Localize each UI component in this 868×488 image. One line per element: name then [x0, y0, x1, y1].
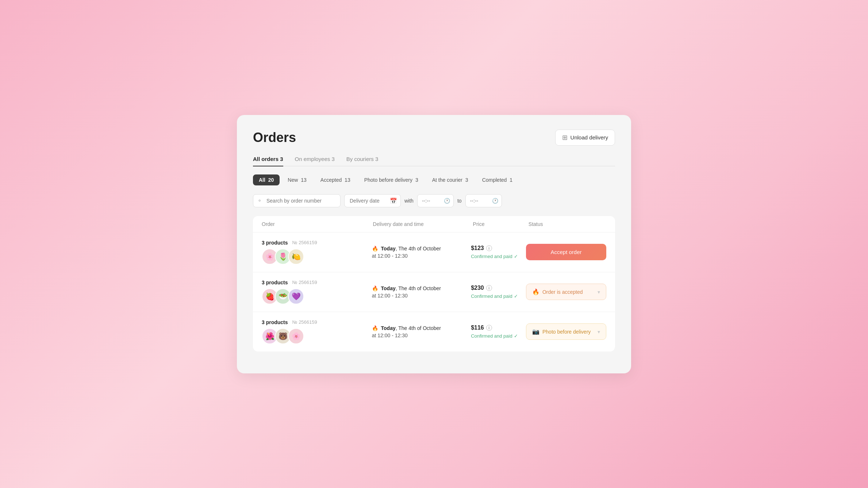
status-cell-1: Accept order	[526, 244, 606, 260]
search-bar: ⚬ 📅 with 🕐 to 🕐	[253, 194, 615, 207]
clock-icon-to: 🕐	[492, 198, 498, 204]
delivery-date-1: 🔥 Today, The 4th of October	[372, 246, 471, 251]
accept-order-button[interactable]: Accept order	[526, 244, 606, 260]
product-avatars-2: 🍓 🥗 💜	[262, 288, 372, 304]
status-cell-2: 🔥 Order is accepted ▾	[526, 284, 606, 300]
tab-by-couriers[interactable]: By couriers 3	[346, 156, 379, 166]
avatar-3-3: 🌸	[288, 328, 304, 344]
delivery-time-2: at 12:00 - 12:30	[372, 293, 471, 299]
unload-delivery-button[interactable]: ⊞ Unload delivery	[555, 130, 615, 146]
delivery-cell-1: 🔥 Today, The 4th of October at 12:00 - 1…	[372, 246, 471, 259]
check-icon-3: ✓	[514, 333, 518, 339]
info-icon-1[interactable]: i	[486, 245, 492, 251]
calendar-icon: 📅	[390, 197, 397, 204]
order-accepted-label: Order is accepted	[542, 289, 583, 295]
product-avatars-3: 🌺 🐻 🌸	[262, 328, 372, 344]
status-cell-3: 📷 Photo before delivery ▾	[526, 323, 606, 340]
table-icon: ⊞	[562, 134, 568, 142]
order-cell-1: 3 products № 2566159 🌸 🌷 🍋	[262, 240, 372, 265]
page-title: Orders	[253, 130, 296, 145]
fire-status-icon-2: 🔥	[532, 288, 539, 295]
order-cell-3: 3 products № 2566159 🌺 🐻 🌸	[262, 319, 372, 344]
price-amount-2: $230 i	[471, 285, 526, 291]
payment-status-1: Confirmed and paid ✓	[471, 254, 526, 259]
avatar-1-3: 🍋	[288, 249, 304, 265]
products-count-2: 3 products	[262, 280, 288, 285]
nav-tabs: All orders 3 On employees 3 By couriers …	[253, 156, 615, 166]
table-row: 3 products № 2566159 🌸 🌷 🍋 🔥 Today, The …	[253, 233, 615, 272]
photo-status-icon-3: 📷	[532, 328, 539, 335]
time-to-wrap: 🕐	[465, 194, 502, 207]
header-row: Orders ⊞ Unload delivery	[253, 130, 615, 146]
delivery-cell-2: 🔥 Today, The 4th of October at 12:00 - 1…	[372, 285, 471, 299]
photo-delivery-label: Photo before delivery	[542, 329, 591, 335]
header-status: Status	[529, 221, 606, 227]
photo-delivery-dropdown[interactable]: 📷 Photo before delivery ▾	[526, 323, 606, 340]
search-input-wrap: ⚬	[253, 194, 341, 207]
avatar-2-3: 💜	[288, 288, 304, 304]
product-avatars-1: 🌸 🌷 🍋	[262, 249, 372, 265]
header-price: Price	[473, 221, 529, 227]
price-cell-3: $116 i Confirmed and paid ✓	[471, 324, 526, 339]
pill-all[interactable]: All 20	[253, 174, 280, 185]
order-number-1: № 2566159	[292, 240, 317, 245]
delivery-date-3: 🔥 Today, The 4th of October	[372, 325, 471, 331]
filter-pills: All 20 New 13 Accepted 13 Photo before d…	[253, 174, 615, 185]
delivery-time-3: at 12:00 - 12:30	[372, 333, 471, 338]
check-icon-2: ✓	[514, 293, 518, 299]
header-delivery: Delivery date and time	[373, 221, 473, 227]
fire-icon-1: 🔥	[372, 246, 378, 251]
fire-icon-2: 🔥	[372, 285, 378, 291]
with-label: with	[404, 198, 414, 204]
products-count-3: 3 products	[262, 319, 288, 325]
delivery-cell-3: 🔥 Today, The 4th of October at 12:00 - 1…	[372, 325, 471, 338]
pill-completed[interactable]: Completed 1	[476, 174, 518, 185]
price-amount-1: $123 i	[471, 245, 526, 251]
table-row: 3 products № 2566159 🌺 🐻 🌸 🔥 Today, The …	[253, 312, 615, 351]
pill-accepted[interactable]: Accepted 13	[315, 174, 356, 185]
time-from-wrap: 🕐	[417, 194, 454, 207]
search-icon: ⚬	[257, 197, 262, 204]
clock-icon-from: 🕐	[444, 198, 450, 204]
tab-all-orders[interactable]: All orders 3	[253, 156, 283, 166]
pill-new[interactable]: New 13	[282, 174, 312, 185]
orders-table: Order Delivery date and time Price Statu…	[253, 216, 615, 351]
price-cell-2: $230 i Confirmed and paid ✓	[471, 285, 526, 299]
header-order: Order	[262, 221, 373, 227]
chevron-down-icon-2: ▾	[598, 289, 600, 295]
delivery-time-1: at 12:00 - 12:30	[372, 253, 471, 259]
payment-status-3: Confirmed and paid ✓	[471, 333, 526, 339]
info-icon-3[interactable]: i	[486, 325, 492, 331]
chevron-down-icon-3: ▾	[598, 329, 600, 335]
search-input[interactable]	[253, 194, 341, 207]
order-cell-2: 3 products № 2566159 🍓 🥗 💜	[262, 280, 372, 304]
products-count-1: 3 products	[262, 240, 288, 246]
order-number-3: № 2566159	[292, 319, 317, 325]
payment-status-2: Confirmed and paid ✓	[471, 293, 526, 299]
fire-icon-3: 🔥	[372, 325, 378, 331]
check-icon-1: ✓	[514, 254, 518, 259]
pill-courier[interactable]: At the courier 3	[426, 174, 474, 185]
order-accepted-dropdown[interactable]: 🔥 Order is accepted ▾	[526, 284, 606, 300]
to-label: to	[457, 198, 462, 204]
price-amount-3: $116 i	[471, 324, 526, 331]
main-card: Orders ⊞ Unload delivery All orders 3 On…	[237, 115, 631, 373]
delivery-date-2: 🔥 Today, The 4th of October	[372, 285, 471, 291]
price-cell-1: $123 i Confirmed and paid ✓	[471, 245, 526, 259]
table-row: 3 products № 2566159 🍓 🥗 💜 🔥 Today, The …	[253, 272, 615, 312]
order-number-2: № 2566159	[292, 280, 317, 285]
tab-on-employees[interactable]: On employees 3	[295, 156, 335, 166]
table-header: Order Delivery date and time Price Statu…	[253, 216, 615, 233]
pill-photo[interactable]: Photo before delivery 3	[358, 174, 424, 185]
info-icon-2[interactable]: i	[486, 285, 492, 291]
date-input-wrap: 📅	[344, 194, 401, 207]
